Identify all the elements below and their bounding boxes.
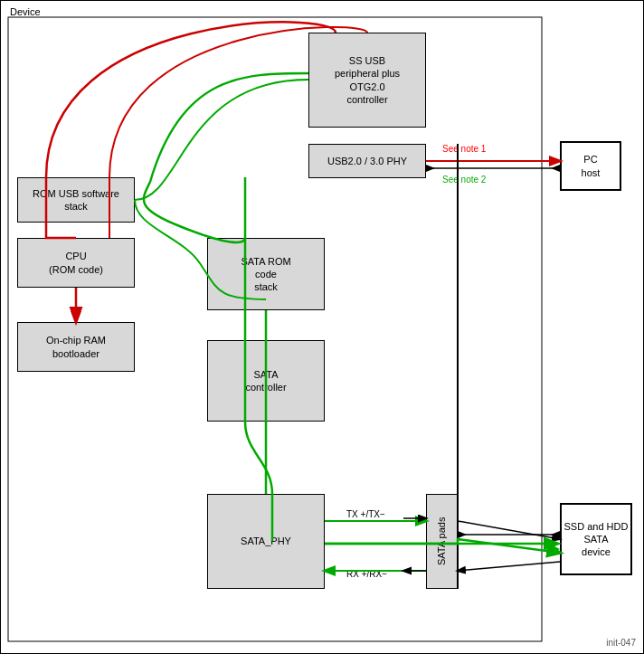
rom-usb-label: ROM USB softwarestack	[33, 187, 119, 213]
ss-usb-label: SS USBperipheral plusOTG2.0controller	[335, 54, 400, 106]
note1-label: See note 1	[442, 144, 486, 154]
pc-host-box: PChost	[560, 141, 621, 191]
sata-phy-box: SATA_PHY	[207, 494, 325, 589]
svg-line-5	[458, 562, 560, 571]
svg-marker-15	[458, 531, 467, 538]
rom-usb-box: ROM USB softwarestack	[17, 177, 135, 223]
ssd-hdd-label: SSD and HDDSATAdevice	[564, 520, 629, 559]
svg-line-3	[458, 521, 560, 539]
cpu-label: CPU(ROM code)	[49, 250, 103, 276]
watermark-label: init-047	[606, 638, 636, 648]
onchip-ram-label: On-chip RAMbootloader	[46, 334, 106, 360]
sata-pads-label: SATA pads	[435, 517, 448, 565]
pc-host-label: PChost	[582, 153, 601, 179]
device-label: Device	[10, 6, 41, 17]
sata-phy-label: SATA_PHY	[241, 535, 291, 547]
cpu-box: CPU(ROM code)	[17, 238, 135, 288]
svg-marker-18	[551, 545, 560, 554]
rx-label: RX +/RX−	[346, 569, 387, 579]
sata-ctrl-box: SATAcontroller	[207, 340, 325, 422]
usb-phy-label: USB2.0 / 3.0 PHY	[327, 155, 407, 167]
onchip-ram-box: On-chip RAMbootloader	[17, 322, 135, 372]
usb-phy-box: USB2.0 / 3.0 PHY	[308, 144, 426, 178]
svg-marker-8	[426, 165, 435, 172]
svg-marker-16	[551, 531, 560, 538]
ssd-hdd-box: SSD and HDDSATAdevice	[560, 503, 632, 575]
diagram-container: Device init-047 SS USBperipheral plusOTG…	[0, 0, 644, 654]
note2-label: See note 2	[442, 175, 486, 185]
sata-pads-box: SATA pads	[426, 494, 458, 589]
sata-ctrl-label: SATAcontroller	[245, 368, 286, 394]
sata-rom-label: SATA ROMcodestack	[241, 255, 290, 294]
tx-label: TX +/TX−	[346, 509, 385, 519]
ss-usb-box: SS USBperipheral plusOTG2.0controller	[308, 33, 426, 128]
sata-rom-box: SATA ROMcodestack	[207, 238, 325, 310]
svg-marker-9	[551, 165, 560, 172]
